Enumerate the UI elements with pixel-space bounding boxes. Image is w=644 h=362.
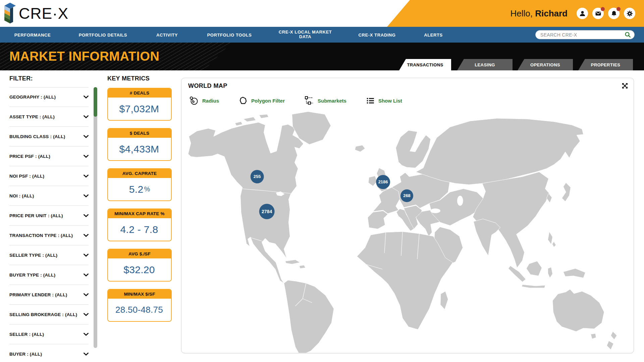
filter-buyer[interactable]: BUYER : (ALL) [9,344,89,362]
filter-buyer-type[interactable]: BUYER TYPE : (ALL) [9,265,89,285]
chevron-down-icon [84,155,89,158]
svg-text:268: 268 [403,193,411,198]
nav-activity[interactable]: ACTIVITY [156,32,178,37]
notifications-button[interactable] [608,8,620,19]
polygon-filter-icon [238,96,248,105]
metric-card-num-deals: # DEALS $7,032M [107,88,172,121]
chevron-down-icon [84,353,89,356]
filter-building-class[interactable]: BUILDING CLASS : (ALL) [9,127,89,146]
filter-selling-brokerage[interactable]: SELLING BROKERAGE : (ALL) [9,305,89,324]
nav-trading[interactable]: CRE-X TRADING [358,32,395,37]
chevron-down-icon [84,175,89,178]
marker-us[interactable]: 2784 [259,204,275,219]
search-box [535,30,635,39]
metric-card-avg-caprate: AVG. CAPRATE 5.2% [107,168,172,201]
header-actions: Hello, Richard [510,0,635,27]
greeting-name: Richard [535,8,568,18]
greeting: Hello, Richard [510,8,568,19]
world-map[interactable]: 255 2784 2186 268 [181,111,634,353]
search-input[interactable] [540,32,625,38]
chevron-down-icon [84,115,89,118]
world-map-title: WORLD MAP [188,82,227,89]
polygon-filter-tool[interactable]: Polygon Filter [238,96,285,105]
filter-scrollbar-thumb[interactable] [94,87,97,117]
nav-portfolio-tools[interactable]: PORTFOLIO TOOLS [207,32,252,37]
user-icon [579,10,586,17]
nav-local-market-data[interactable]: CRE-X LOCAL MARKET DATA [276,30,335,40]
tab-leasing[interactable]: LEASING [457,59,513,70]
filter-price-per-unit[interactable]: PRICE PER UNIT : (ALL) [9,206,89,226]
chevron-down-icon [84,254,89,257]
settings-button[interactable] [624,8,635,19]
tab-operations[interactable]: OPERATIONS [518,59,573,70]
chevron-down-icon [84,96,89,99]
chevron-down-icon [84,194,89,197]
filter-primary-lender[interactable]: PRIMARY LENDER : (ALL) [9,285,89,305]
gear-icon [627,10,633,17]
page-title: MARKET INFORMATION [9,43,159,70]
nav-performance[interactable]: PERFORMANCE [14,32,51,37]
radius-tool[interactable]: Radius [189,96,219,106]
tab-transactions[interactable]: TRANSACTIONS [399,59,451,70]
filter-noi-psf[interactable]: NOI PSF : (ALL) [9,166,89,186]
main-nav: PERFORMANCE PORTFOLIO DETAILS ACTIVITY P… [0,27,644,43]
bell-icon [611,10,617,17]
chevron-down-icon [84,293,89,296]
filter-seller-type[interactable]: SELLER TYPE : (ALL) [9,245,89,265]
messages-badge [601,7,605,11]
nav-alerts[interactable]: ALERTS [424,32,443,37]
svg-text:2784: 2784 [262,209,272,214]
filter-transaction-type[interactable]: TRANSACTION TYPE : (ALL) [9,226,89,245]
user-button[interactable] [577,8,588,19]
svg-text:255: 255 [254,174,261,179]
radius-icon [189,96,199,106]
fullscreen-button[interactable] [621,82,629,90]
metric-card-minmax-caprate: MIN/MAX CAP RATE % 4.2 - 7.8 [107,208,172,241]
continent-landmass [188,112,617,353]
filter-price-psf[interactable]: PRICE PSF : (ALL) [9,146,89,166]
notifications-badge [616,7,621,11]
expand-icon [621,82,629,89]
metric-card-minmax-psf: MIN/MAX $/SF 28.50-48.75 [107,289,172,322]
chevron-down-icon [84,234,89,237]
metric-card-avg-psf: AVG $./SF $32.20 [107,249,172,282]
page-banner: MARKET INFORMATION TRANSACTIONS LEASING … [0,43,644,70]
key-metrics: # DEALS $7,032M $ DEALS $4,433M AVG. CAP… [107,88,172,329]
world-map-panel: WORLD MAP Radius [181,78,634,353]
submarkets-tool[interactable]: Submarkets [304,96,346,106]
filter-asset-type[interactable]: ASSET TYPE : (ALL) [9,107,89,127]
chevron-down-icon [84,274,89,277]
filter-heading: FILTER: [9,75,33,82]
mail-icon [595,10,601,17]
page: CRE·X Hello, Richard [0,0,644,362]
marker-germany[interactable]: 268 [400,189,413,202]
show-list-tool[interactable]: Show List [366,96,402,105]
logo[interactable]: CRE·X [4,3,68,24]
tab-properties[interactable]: PROPERTIES [578,59,633,70]
chevron-down-icon [84,313,89,316]
nav-portfolio-details[interactable]: PORTFOLIO DETAILS [79,32,127,37]
chevron-down-icon [84,135,89,138]
marker-canada[interactable]: 255 [251,170,264,183]
logo-building-icon [4,3,16,24]
metric-card-dollar-deals: $ DEALS $4,433M [107,128,172,161]
logo-text: CRE·X [19,6,68,21]
show-list-icon [366,96,375,105]
chevron-down-icon [84,214,89,217]
filter-seller[interactable]: SELLER : (ALL) [9,324,89,344]
map-toolbar: Radius Polygon Filter Submarkets [189,96,402,106]
filter-scrollbar-track[interactable] [94,87,97,348]
messages-button[interactable] [592,8,604,19]
filter-geography[interactable]: GEOGRAPHY : (ALL) [9,87,89,107]
filter-noi[interactable]: NOI : (ALL) [9,186,89,206]
marker-uk[interactable]: 2186 [376,175,390,189]
search-icon[interactable] [625,32,631,38]
key-metrics-heading: KEY METRICS [107,75,150,82]
chevron-down-icon [84,333,89,336]
header: CRE·X Hello, Richard [0,0,644,27]
submarkets-icon [304,96,314,106]
svg-text:2186: 2186 [378,179,388,184]
filter-list: GEOGRAPHY : (ALL) ASSET TYPE : (ALL) BUI… [9,87,89,362]
